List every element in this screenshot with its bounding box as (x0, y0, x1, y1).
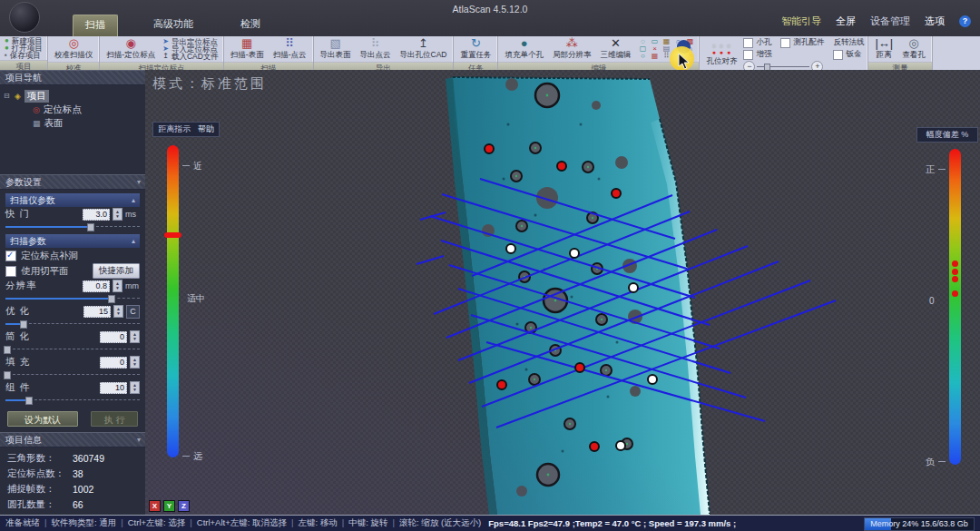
enhance-checkbox[interactable]: 增强 (743, 49, 771, 60)
deviation-dot-3 (952, 276, 958, 282)
simplify-slider[interactable] (5, 345, 140, 353)
gauge-help-link[interactable]: 帮助 (198, 124, 214, 133)
quick-menu: 智能引导 全屏 设备管理 选项 ? (781, 15, 971, 28)
optimize-input[interactable]: 15 (83, 306, 111, 318)
ribbon-button-export-holes-cad[interactable]: ↥导出孔位CAD (397, 37, 450, 61)
gauge-label-positive: 正 (926, 163, 935, 176)
ribbon-button-label: 导出孔位CAD (400, 50, 447, 61)
info-row-4: 圆孔数量：66 (0, 497, 145, 512)
ribbon-button-reset-task[interactable]: ↻重置任务 (457, 37, 494, 61)
menu-device-management[interactable]: 设备管理 (870, 15, 910, 28)
checkbox-icon (780, 38, 790, 48)
scan-surface-icon: ▦ (241, 37, 252, 49)
tab-2[interactable]: 高级功能 (142, 15, 205, 36)
axis-button-z[interactable]: Z (178, 500, 190, 512)
surface-icon: ▦ (33, 119, 41, 128)
status-hint-2: 软件狗类型: 通用 (51, 517, 116, 527)
optimize-spinner[interactable] (113, 305, 123, 318)
status-hints: 准备就绪|软件狗类型: 通用|Ctrl+左键: 选择|Ctrl+Alt+左键: … (5, 517, 481, 529)
ribbon-button-export-pointcloud[interactable]: ⠷导出点云 (358, 37, 394, 61)
tree-item-target-points[interactable]: ◎定位标点 (4, 103, 142, 116)
menu-smart-guide[interactable]: 智能引导 (781, 15, 821, 28)
component-slider[interactable] (5, 396, 140, 404)
simplify-input[interactable]: 0 (100, 331, 127, 343)
gauge-label-negative: 负 (926, 456, 935, 468)
simplify-spinner[interactable] (130, 330, 140, 343)
ribbon-button-hole-align[interactable]: ○ ○ ○● ● ●孔位对齐 (703, 43, 740, 67)
project-tree: ⊟◈项目◎定位标点▦表面 (0, 85, 145, 174)
use-cut-plane-checkbox[interactable]: 使用切平面 快捷添加 (5, 263, 140, 279)
resolution-slider[interactable] (5, 294, 140, 302)
project-info-header[interactable]: 项目信息▾ (0, 432, 145, 447)
project-nav-header[interactable]: 项目导航 (0, 70, 145, 85)
circle-select-icon[interactable]: ○ (637, 53, 648, 60)
info-row-1: 三角形数：360749 (0, 450, 145, 466)
menu-fullscreen[interactable]: 全屏 (836, 15, 856, 28)
info-value: 360749 (73, 453, 104, 464)
ribbon-button-local-resolution[interactable]: ⁂局部分辨率 (550, 37, 594, 61)
menu-tab-bar: 扫描高级功能检测 (73, 15, 272, 36)
deviation-dot-4 (952, 290, 958, 297)
ribbon-button-label: 填充单个孔 (505, 50, 544, 61)
axis-buttons: XYZ (149, 500, 190, 512)
menu-options[interactable]: 选项 (925, 15, 945, 28)
optimize-slider[interactable] (5, 320, 140, 328)
ribbon-group-scan-targets: ◉扫描-定位标点➤导出定位标点➤导入定位标点↥载入CAD文件扫描定位标点 (100, 36, 224, 70)
ribbon-button-scan-pointcloud[interactable]: ⠿扫描-点云 (270, 37, 309, 61)
param-settings-header[interactable]: 参数设置▾ (0, 174, 145, 190)
tree-item-project[interactable]: ⊟◈项目 (4, 89, 142, 103)
checkbox-checked-icon (5, 251, 16, 261)
status-bar: 准备就绪|软件狗类型: 通用|Ctrl+左键: 选择|Ctrl+Alt+左键: … (0, 515, 980, 531)
shutter-slider[interactable] (5, 222, 140, 231)
tab-1[interactable]: 扫描 (73, 15, 118, 36)
ribbon-button-calibrate-scanner[interactable]: ◎校准扫描仪 (52, 37, 96, 61)
component-input[interactable]: 10 (100, 382, 127, 394)
ribbon-button-scan-surface[interactable]: ▦扫描-表面 (228, 37, 267, 61)
ribbon-button-scan-target-points[interactable]: ◉扫描-定位标点 (103, 37, 158, 61)
axis-button-x[interactable]: X (149, 500, 161, 512)
ribbon-item-label: 载入CAD文件 (172, 53, 219, 60)
scanner-params-header[interactable]: 扫描仪参数▴ (5, 193, 140, 207)
distance-gauge: 距离指示 帮助 近 适中 远 (152, 122, 220, 468)
distance-marker (164, 232, 181, 238)
quick-add-button[interactable]: 快捷添加 (93, 263, 140, 279)
ribbon-button-edit-3d[interactable]: ✕三维编辑 (597, 37, 633, 61)
help-icon[interactable]: ? (959, 15, 971, 27)
invert-normals-button[interactable]: 反转法线 (833, 37, 864, 48)
ribbon-button-export-surface[interactable]: ▧导出表面 (318, 37, 354, 61)
param-settings-title: 参数设置 (5, 177, 42, 187)
sheet-metal-checkbox[interactable]: 钣金 (833, 49, 864, 60)
3d-viewport[interactable]: 模式：标准范围 距离指示 帮助 近 适中 远 幅度偏差 % 正 0 负 (145, 70, 980, 515)
execute-button[interactable]: 执 行 (91, 411, 138, 427)
shutter-input[interactable]: 3.0 (83, 209, 110, 221)
checkbox-icon (5, 266, 16, 277)
shutter-unit: ms (125, 210, 140, 219)
tab-3[interactable]: 检测 (229, 15, 272, 36)
fill-input[interactable]: 0 (100, 357, 127, 369)
ribbon-button-view-hole[interactable]: ◎查看孔 (899, 37, 928, 61)
small-hole-checkbox[interactable]: 小孔 (743, 37, 771, 48)
fill-spinner[interactable] (130, 356, 140, 369)
component-spinner[interactable] (130, 381, 140, 394)
shutter-spinner[interactable] (113, 208, 122, 221)
optimize-refresh-button[interactable]: C (126, 305, 140, 319)
gauge-label-far: 远 (193, 450, 202, 463)
ribbon-button-fill-single-hole[interactable]: ●填充单个孔 (502, 37, 546, 61)
scan-target-points-icon: ◉ (126, 37, 136, 49)
tree-item-surface[interactable]: ▦表面 (4, 116, 142, 130)
resolution-spinner[interactable] (113, 280, 122, 292)
fill-slider[interactable] (5, 370, 140, 379)
ribbon-button-distance[interactable]: |↔|距离 (872, 37, 896, 61)
axis-button-y[interactable]: Y (163, 500, 175, 512)
ribbon-item-load-cad-file[interactable]: ↥载入CAD文件 (162, 53, 220, 60)
resolution-input[interactable]: 0.8 (83, 280, 110, 292)
hole-fixture-checkbox[interactable]: 测孔配件 (780, 37, 824, 48)
target-hole-fill-checkbox[interactable]: 定位标点补洞 (5, 248, 140, 263)
mesh-tool-icon[interactable]: ▦ (649, 53, 660, 60)
scan-params-header[interactable]: 扫描参数▴ (5, 234, 140, 248)
scan-object-surface[interactable] (453, 77, 710, 515)
scan-scene (145, 70, 980, 515)
set-default-button[interactable]: 设为默认 (7, 411, 78, 427)
sheet-metal-label: 钣金 (846, 49, 861, 60)
ribbon-item-save-project[interactable]: ▪保存项目 (4, 52, 42, 59)
